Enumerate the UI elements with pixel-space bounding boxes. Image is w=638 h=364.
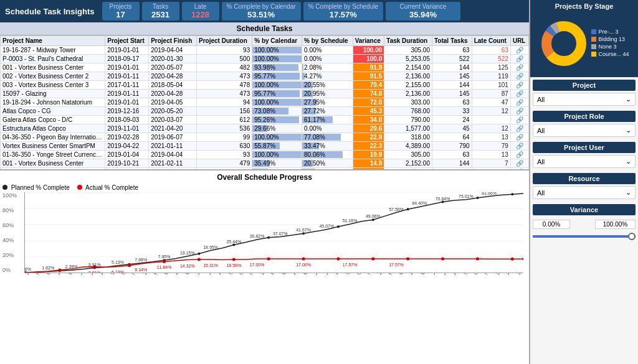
col-duration[interactable]: Project Duration — [197, 36, 252, 46]
duration-cell: 482 — [197, 63, 252, 72]
project-name-cell: 01-36-350 - Yonge Street Currency Exchan… — [1, 151, 105, 159]
variance-slider[interactable] — [533, 235, 636, 238]
url-cell[interactable]: 🔗 — [510, 116, 528, 124]
late-cell: 101 — [472, 81, 510, 90]
url-cell[interactable]: 🔗 — [510, 55, 528, 63]
course-color — [591, 52, 596, 57]
project-filter-dropdown[interactable]: All ⌄ — [533, 93, 636, 106]
url-cell[interactable]: 🔗 — [510, 90, 528, 98]
tasks-stat[interactable]: Tasks 2531 — [142, 2, 179, 21]
start-cell: 2018-09-17 — [105, 55, 149, 63]
sched-cell: 77.08% — [302, 133, 353, 142]
url-cell[interactable]: 🔗 — [510, 151, 528, 159]
table-row: 003 - Vortex Business Center 3 2017-01-1… — [1, 81, 529, 90]
svg-text:8.14%: 8.14% — [135, 268, 147, 272]
url-cell[interactable]: 🔗 — [510, 63, 528, 72]
col-total[interactable]: Total Tasks — [432, 36, 472, 46]
col-schedule[interactable]: % by Schedule — [302, 36, 353, 46]
col-start[interactable]: Project Start — [105, 36, 149, 46]
sched-cell: 25.71% — [302, 168, 353, 170]
header: Schedule Task Insights Projects 17 Tasks… — [0, 0, 529, 22]
resource-filter-group: Resource All ⌄ — [533, 173, 636, 199]
url-cell[interactable]: 🔗 — [510, 98, 528, 107]
var-cell: 22.3 — [353, 142, 384, 151]
late-stat[interactable]: Late 1228 — [182, 2, 219, 21]
variance-stat[interactable]: Current Variance 35.94% — [386, 2, 460, 21]
url-cell[interactable]: 🔗 — [510, 107, 528, 116]
user-filter-dropdown[interactable]: All ⌄ — [533, 155, 636, 168]
start-cell: 2019-01-01 — [105, 63, 149, 72]
url-cell[interactable]: 🔗 — [510, 81, 528, 90]
var-cell: 34.0 — [353, 116, 384, 124]
total-cell: 24 — [432, 116, 472, 124]
url-cell[interactable]: 🔗 — [510, 133, 528, 142]
x-label: Aug — [99, 273, 108, 276]
projects-stat[interactable]: Projects 17 — [102, 2, 140, 21]
start-cell: 2019-12-16 — [105, 107, 149, 116]
late-cell — [472, 116, 510, 124]
col-variance[interactable]: Variance — [353, 36, 384, 46]
svg-text:1.62%: 1.62% — [42, 266, 54, 270]
duration-cell: 500 — [197, 55, 252, 63]
svg-text:17.00%: 17.00% — [250, 263, 265, 267]
resource-filter-dropdown[interactable]: All ⌄ — [533, 186, 636, 199]
svg-text:75.01%: 75.01% — [459, 194, 474, 198]
total-cell: 144 — [432, 159, 472, 168]
y-60: 60% — [2, 222, 17, 228]
col-task-dur[interactable]: Task Duration — [384, 36, 432, 46]
task-dur-cell: 4,389.00 — [384, 142, 432, 151]
sched-cell: 0.00% — [302, 124, 353, 133]
x-label: Feb — [35, 273, 44, 276]
task-dur-cell: 318.00 — [384, 133, 432, 142]
table-row: 01-36-350 - Yonge Street Currency Exchan… — [1, 151, 529, 159]
url-cell[interactable]: 🔗 — [510, 46, 528, 55]
col-url[interactable]: URL — [510, 36, 528, 46]
role-filter-group: Project Role All ⌄ — [533, 111, 636, 137]
svg-text:17.00%: 17.00% — [296, 263, 311, 267]
variance-min-input[interactable] — [533, 220, 570, 229]
task-dur-cell: 2,154.00 — [384, 63, 432, 72]
calendar-stat[interactable]: % Complete by Calendar 53.51% — [222, 2, 301, 21]
role-filter-dropdown[interactable]: All ⌄ — [533, 124, 636, 137]
var-cell: 19.9 — [353, 151, 384, 159]
table-scroll[interactable]: Project Name Project Start Project Finis… — [0, 35, 529, 169]
col-project-name[interactable]: Project Name — [1, 36, 105, 46]
cal-cell: 100.00% — [252, 151, 302, 159]
url-cell[interactable]: 🔗 — [510, 72, 528, 81]
task-dur-cell: 5,253.05 — [384, 55, 432, 63]
data-table: Project Name Project Start Project Finis… — [0, 35, 529, 169]
url-cell[interactable]: 🔗 — [510, 124, 528, 133]
total-cell: 790 — [432, 142, 472, 151]
project-name-cell: 04-36-350 - Pigeon Bay International Fer… — [1, 133, 105, 142]
url-cell[interactable]: 🔗 — [510, 142, 528, 151]
svg-point-11 — [198, 253, 200, 255]
svg-text:51.16%: 51.16% — [343, 218, 358, 223]
y-40: 40% — [2, 237, 17, 243]
x-label: Sep — [110, 273, 119, 276]
x-label: Jul — [323, 273, 331, 276]
schedule-stat[interactable]: % Complete by Schedule 17.57% — [303, 2, 383, 21]
table-row: 19-16-287 - Midway Tower 2019-01-01 2019… — [1, 46, 529, 55]
task-dur-cell: 305.00 — [384, 46, 432, 55]
svg-text:30.82%: 30.82% — [250, 234, 265, 238]
project-name-cell: 19-16-287 - Midway Tower — [1, 46, 105, 55]
finish-cell: 2020-01-30 — [149, 55, 197, 63]
x-label: Sep — [462, 273, 472, 276]
x-label: Feb — [270, 273, 279, 276]
finish-cell: 2020-03-07 — [149, 116, 197, 124]
col-finish[interactable]: Project Finish — [149, 36, 197, 46]
col-calendar[interactable]: % by Calendar — [252, 36, 302, 46]
variance-max-input[interactable] — [595, 220, 636, 229]
legend-bidding: Bidding 13 — [591, 36, 629, 42]
projects-value: 17 — [107, 10, 135, 19]
schedule-value: 17.57% — [308, 10, 378, 19]
url-cell[interactable]: 🔗 — [510, 159, 528, 168]
svg-point-26 — [198, 258, 201, 261]
left-panel: Schedule Task Insights Projects 17 Tasks… — [0, 0, 529, 364]
svg-text:13.15%: 13.15% — [180, 251, 195, 255]
var-cell: 45.3 — [353, 107, 384, 116]
svg-point-77 — [555, 35, 573, 52]
actual-dot — [77, 185, 82, 190]
col-late[interactable]: Late Count — [472, 36, 510, 46]
table-row: 19-18-294 - Johnson Natatorium 2019-01-0… — [1, 98, 529, 107]
